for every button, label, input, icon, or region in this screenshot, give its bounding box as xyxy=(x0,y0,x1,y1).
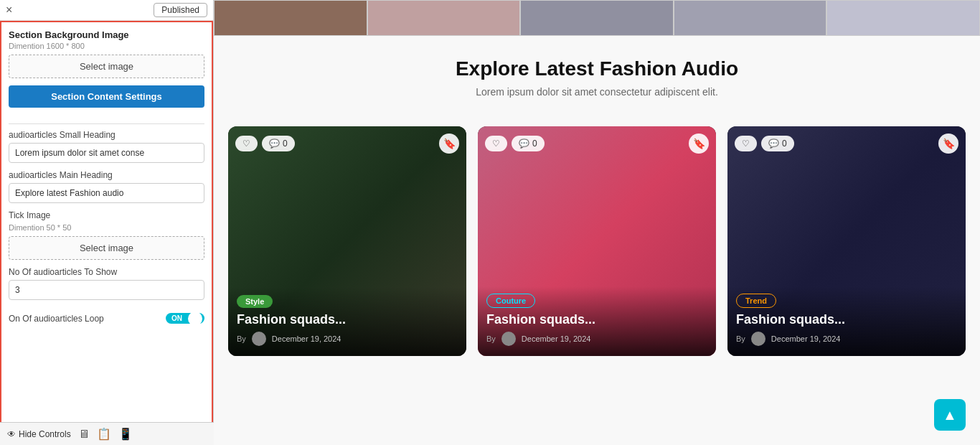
select-image-2-button[interactable]: Select image xyxy=(9,236,204,260)
bookmark-icon-3: 🔖 xyxy=(943,138,955,149)
scroll-to-top-button[interactable]: ▲ xyxy=(934,399,966,431)
card-2-date: December 19, 2024 xyxy=(522,334,591,343)
desktop-icon[interactable]: 🖥 xyxy=(78,428,90,441)
main-heading-label: audioarticles Main Heading xyxy=(9,170,204,180)
bg-image-dimension: Dimention 1600 * 800 xyxy=(9,42,204,50)
loop-toggle-row: On Of audioarticles Loop ON xyxy=(9,313,204,324)
panel-scroll-area: Section Background Image Dimention 1600 … xyxy=(0,21,213,445)
card-3-comment-pill[interactable]: 💬 0 xyxy=(761,136,794,151)
card-3-by: By xyxy=(736,334,745,343)
bookmark-icon: 🔖 xyxy=(443,138,456,149)
card-1-title: Fashion squads... xyxy=(237,312,458,327)
card-2-bg: ♡ 💬 0 🔖 Couture Fashion squads... By xyxy=(478,126,716,356)
card-3-tag: Trend xyxy=(736,294,776,308)
card-3-bg: ♡ 💬 0 🔖 Trend Fashion squads... By xyxy=(727,126,966,356)
tick-image-label: Tick Image xyxy=(9,210,204,220)
card-1-like-pill[interactable]: ♡ xyxy=(235,136,258,151)
main-heading-input[interactable] xyxy=(9,183,204,203)
card-1-comment-pill[interactable]: 💬 0 xyxy=(262,136,295,151)
main-content: Explore Latest Fashion Audio Lorem ipsum… xyxy=(214,0,980,445)
toggle-circle xyxy=(188,312,202,326)
cards-row: ♡ 💬 0 🔖 Style Fashion squads... By xyxy=(214,126,980,370)
card-2-bottom: Couture Fashion squads... By December 19… xyxy=(478,286,716,356)
small-heading-label: audioarticles Small Heading xyxy=(9,130,204,140)
card-1-tag: Style xyxy=(237,295,273,308)
chevron-up-icon: ▲ xyxy=(943,407,957,423)
divider-1 xyxy=(9,123,204,124)
heart-icon-2: ♡ xyxy=(492,139,500,149)
top-image-4 xyxy=(674,0,827,36)
top-image-1 xyxy=(214,0,367,36)
card-3-date: December 19, 2024 xyxy=(771,334,841,343)
published-badge: Published xyxy=(154,3,207,17)
card-2-title: Fashion squads... xyxy=(486,312,707,327)
bookmark-icon-2: 🔖 xyxy=(693,138,705,149)
heart-icon-3: ♡ xyxy=(742,139,750,149)
hide-controls-label: Hide Controls xyxy=(19,429,71,439)
card-1-avatar xyxy=(252,332,266,346)
card-3-actions: ♡ 💬 0 🔖 xyxy=(735,134,958,154)
card-2-avatar xyxy=(501,332,516,346)
card-2: ♡ 💬 0 🔖 Couture Fashion squads... By xyxy=(478,126,716,356)
close-button[interactable]: × xyxy=(6,4,12,17)
card-2-comment-pill[interactable]: 💬 0 xyxy=(512,136,545,151)
bg-image-label: Section Background Image xyxy=(9,29,204,40)
card-2-like-pill[interactable]: ♡ xyxy=(485,136,507,151)
card-3-bookmark[interactable]: 🔖 xyxy=(938,134,958,154)
card-1-comment-count: 0 xyxy=(283,139,288,149)
card-3-comment-count: 0 xyxy=(782,139,787,149)
card-1-by: By xyxy=(237,334,246,343)
card-3-meta: By December 19, 2024 xyxy=(736,332,957,346)
card-2-tag: Couture xyxy=(486,294,535,308)
top-image-2 xyxy=(367,0,521,36)
card-2-bookmark[interactable]: 🔖 xyxy=(689,134,709,154)
hero-section: Explore Latest Fashion Audio Lorem ipsum… xyxy=(214,36,980,126)
panel-top-bar: × Published xyxy=(0,0,213,21)
count-label: No Of audioarticles To Show xyxy=(9,267,204,277)
card-1-meta: By December 19, 2024 xyxy=(237,332,458,346)
toggle-on-text: ON xyxy=(171,314,182,322)
card-2-comment-count: 0 xyxy=(532,139,537,149)
tick-image-dimension: Dimention 50 * 50 xyxy=(9,223,204,232)
content-settings-button[interactable]: Section Content Settings xyxy=(9,85,204,108)
hide-controls-button[interactable]: 👁 Hide Controls xyxy=(7,429,71,439)
loop-toggle[interactable]: ON xyxy=(166,313,204,324)
left-panel: × Published Section Background Image Dim… xyxy=(0,0,214,445)
eye-icon: 👁 xyxy=(7,429,16,439)
top-images-row xyxy=(214,0,980,36)
card-1-bottom: Style Fashion squads... By December 19, … xyxy=(228,287,466,356)
card-2-by: By xyxy=(486,334,496,343)
card-1-actions: ♡ 💬 0 🔖 xyxy=(235,134,459,154)
card-1: ♡ 💬 0 🔖 Style Fashion squads... By xyxy=(228,126,466,356)
mobile-icon[interactable]: 📱 xyxy=(118,427,133,441)
top-image-3 xyxy=(520,0,674,36)
tablet-icon[interactable]: 📋 xyxy=(97,427,111,441)
card-2-meta: By December 19, 2024 xyxy=(486,332,707,346)
heart-icon: ♡ xyxy=(242,139,250,149)
hero-title: Explore Latest Fashion Audio xyxy=(228,57,966,80)
comment-icon: 💬 xyxy=(269,139,280,149)
card-3-bottom: Trend Fashion squads... By December 19, … xyxy=(727,286,966,356)
card-1-bookmark[interactable]: 🔖 xyxy=(439,134,459,154)
card-3-like-pill[interactable]: ♡ xyxy=(735,136,757,151)
count-input[interactable] xyxy=(9,280,204,300)
card-3-avatar xyxy=(751,332,765,346)
card-3-title: Fashion squads... xyxy=(736,312,957,327)
panel-footer: 👁 Hide Controls 🖥 📋 📱 xyxy=(0,422,214,445)
select-image-1-button[interactable]: Select image xyxy=(9,55,204,78)
card-3: ♡ 💬 0 🔖 Trend Fashion squads... By xyxy=(727,126,966,356)
card-1-date: December 19, 2024 xyxy=(272,334,341,343)
comment-icon-2: 💬 xyxy=(519,139,529,149)
card-1-bg: ♡ 💬 0 🔖 Style Fashion squads... By xyxy=(228,126,466,356)
top-image-5 xyxy=(826,0,980,36)
card-2-actions: ♡ 💬 0 🔖 xyxy=(485,134,709,154)
loop-label: On Of audioarticles Loop xyxy=(9,314,104,324)
comment-icon-3: 💬 xyxy=(768,139,779,149)
small-heading-input[interactable] xyxy=(9,143,204,163)
hero-subtitle: Lorem ipsum dolor sit amet consectetur a… xyxy=(228,86,966,98)
